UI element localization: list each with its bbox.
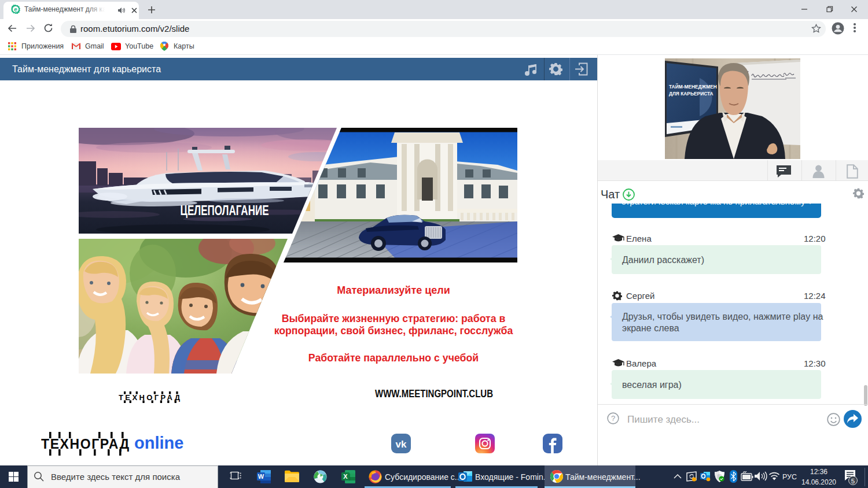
svg-text:vk: vk [396,439,407,450]
svg-text:ТЕХНОГРАД: ТЕХНОГРАД [41,437,130,452]
svg-text:W: W [258,473,264,480]
svg-text:online: online [134,434,183,452]
svg-text:?: ? [611,414,615,423]
svg-text:WWW.MEETINGPOINT.CLUB: WWW.MEETINGPOINT.CLUB [375,388,493,400]
svg-text:ЦЕЛЕПОЛАГАНИЕ: ЦЕЛЕПОЛАГАНИЕ [181,203,269,218]
svg-text:ТЕХНОГРАД: ТЕХНОГРАД [119,393,182,402]
svg-text:ТАЙМ-МЕНЕДЖМЕН: ТАЙМ-МЕНЕДЖМЕН [669,83,717,90]
svg-text:e: e [14,6,17,13]
svg-text:X: X [343,473,348,480]
svg-text:ДЛЯ КАРЬЕРИСТА: ДЛЯ КАРЬЕРИСТА [669,91,713,97]
